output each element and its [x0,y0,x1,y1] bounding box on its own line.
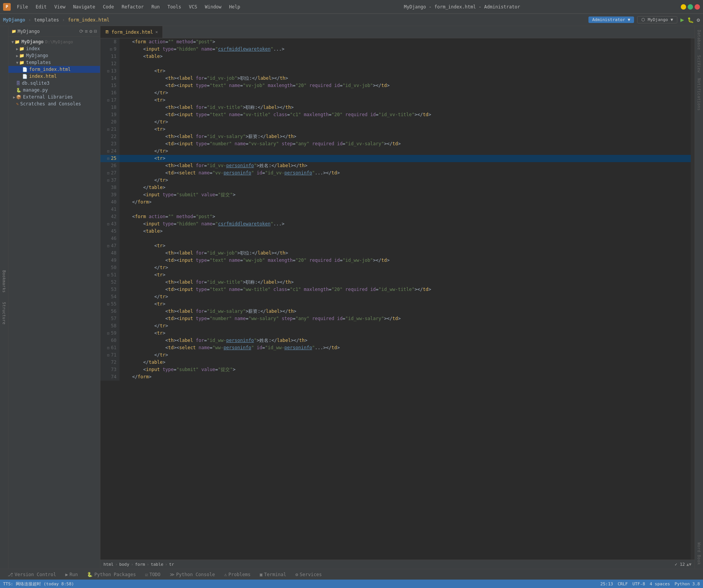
scrollmap[interactable] [691,38,695,560]
project-selector[interactable]: ⬡ MyDjango ▼ [637,16,677,23]
line-num-72: 72 [111,359,116,366]
debug-button[interactable]: 🐛 [687,17,694,23]
tree-templates-folder[interactable]: ▼ 📁 templates [8,59,100,66]
tree-db-sqlite3[interactable]: 🗄 db.sqlite3 [8,80,100,87]
fold-27[interactable]: ⊟ [107,169,110,177]
line-num-53: 53 [111,286,116,293]
breadcrumb-form[interactable]: form [135,562,145,567]
nav-templates[interactable]: templates [34,17,59,23]
fold-13[interactable]: ⊟ [107,67,110,75]
fold-25[interactable]: ⊟ [107,155,110,162]
menu-vcs[interactable]: VCS [186,3,200,10]
run-tab[interactable]: ▶ Run [61,569,82,580]
tab-label: form_index.html [111,30,153,35]
services-tab[interactable]: ⚙ Services [291,569,326,580]
line-num-25: 25 [111,155,116,162]
line-content-74: </form> [120,373,691,381]
python-version[interactable]: Python 3.8 [675,581,700,586]
breadcrumb-html[interactable]: html [103,562,114,567]
line-num-24: 24 [111,148,116,155]
word-book-panel-tab[interactable]: Word Book [696,541,702,567]
code-line-71: ⊟71 </tr> [100,351,691,359]
todo-tab[interactable]: ☑ TODO [141,569,165,580]
fold-59[interactable]: ⊟ [107,330,110,337]
version-control-icon: ⎇ [8,572,13,577]
database-panel-tab[interactable]: Database [696,28,702,51]
sciview-panel-tab[interactable]: SciView [696,54,702,74]
fold-43[interactable]: ⊟ [107,220,110,228]
indent-indicator[interactable]: 4 spaces [650,581,670,586]
tree-external-libraries[interactable]: ▶ 📦 External Libraries [8,94,100,100]
run-button[interactable]: ▶ [680,16,684,23]
form-index-html-label: form_index.html [29,67,70,72]
tree-manage-py[interactable]: 🐍 manage.py [8,87,100,94]
line-content-60: <th><label for="id_ww-personinfo">姓名:</l… [120,337,691,344]
code-line-11: 11 <table> [100,53,691,60]
profile-button[interactable]: Administrator ▼ [588,16,634,23]
charset-indicator[interactable]: UTF-8 [633,581,645,586]
notifications-panel-tab[interactable]: Notifications [696,77,702,112]
tree-form-index-html[interactable]: 📄 form_index.html [8,66,100,73]
code-line-43: ⊟43 <input type="hidden" name="csrfmiddl… [100,220,691,228]
fold-21[interactable]: ⊟ [107,126,110,133]
menu-code[interactable]: Code [100,3,117,10]
fold-37[interactable]: ⊟ [107,177,110,184]
line-content-43: <input type="hidden" name="csrfmiddlewar… [120,220,691,228]
breadcrumb-tr[interactable]: tr [169,562,174,567]
fold-17[interactable]: ⊟ [107,97,110,104]
menu-run[interactable]: Run [148,3,163,10]
bookmarks-panel-tab[interactable]: Bookmarks [1,269,7,294]
nav-app-name[interactable]: MyDjango [3,17,25,23]
tree-index-html[interactable]: 📄 index.html [8,73,100,80]
tab-form-index-html[interactable]: 🖹 form_index.html ✕ [100,26,163,38]
more-run-button[interactable]: ⚙ [697,17,700,23]
breadcrumb-table[interactable]: table [151,562,163,567]
code-editor[interactable]: 8 <form action="" method="post"> ⊟9 <inp… [100,38,695,560]
terminal-tab[interactable]: ▣ Terminal [255,569,291,580]
right-side-panels: Database SciView Notifications Word Book [695,26,703,569]
sync-icon[interactable]: ⟳ [79,28,84,34]
fold-24[interactable]: ⊟ [107,148,110,155]
fold-55[interactable]: ⊟ [107,301,110,308]
fold-71[interactable]: ⊟ [107,351,110,359]
line-num-12: 12 [111,60,116,67]
fold-9[interactable]: ⊟ [110,46,112,53]
menu-view[interactable]: View [51,3,69,10]
line-content-14: <th><label for="id_vv-job">职位:</label></… [120,75,691,82]
line-content-52: <th><label for="id_ww-title">职称:</label>… [120,279,691,286]
code-line-72: 72 </table> [100,359,691,366]
line-endings[interactable]: CRLF [618,581,628,586]
tree-scratches[interactable]: ▶ ✎ Scratches and Consoles [8,100,100,107]
python-packages-icon: 🐍 [87,572,93,577]
problems-tab[interactable]: ⚠ Problems [220,569,255,580]
menu-file[interactable]: File [14,3,31,10]
breadcrumb-body[interactable]: body [119,562,129,567]
menu-edit[interactable]: Edit [33,3,50,10]
version-control-tab[interactable]: ⎇ Version Control [3,569,61,580]
collapse-icon[interactable]: ≡ [85,28,88,34]
line-num-61: 61 [111,344,116,351]
fold-61[interactable]: ⊟ [107,344,110,351]
python-packages-tab[interactable]: 🐍 Python Packages [82,569,140,580]
fold-47[interactable]: ⊟ [107,242,110,250]
tree-root[interactable]: ▼ 📁 MyDjango D:\MyDjango [8,38,100,45]
menu-navigate[interactable]: Navigate [70,3,98,10]
structure-panel-tab[interactable]: Structure [1,301,7,326]
nav-file[interactable]: form_index.html [68,17,109,23]
tree-index-folder[interactable]: ▶ 📁 index [8,45,100,52]
fold-51[interactable]: ⊟ [107,271,110,279]
menu-window[interactable]: Window [202,3,225,10]
python-console-tab[interactable]: ≫ Python Console [165,569,220,580]
menu-help[interactable]: Help [226,3,243,10]
run-label: Run [70,572,78,577]
hide-icon[interactable]: ⊟ [94,28,97,34]
maximize-button[interactable] [688,4,693,10]
menu-refactor[interactable]: Refactor [118,3,147,10]
minimize-button[interactable] [681,4,686,10]
tree-mydjango-folder[interactable]: ▶ 📁 MyDjango [8,52,100,59]
line-num-71: 71 [111,351,116,359]
tab-close-icon[interactable]: ✕ [155,30,158,34]
settings-icon[interactable]: ⚙ [89,28,92,34]
menu-tools[interactable]: Tools [164,3,184,10]
close-button[interactable] [695,4,700,10]
